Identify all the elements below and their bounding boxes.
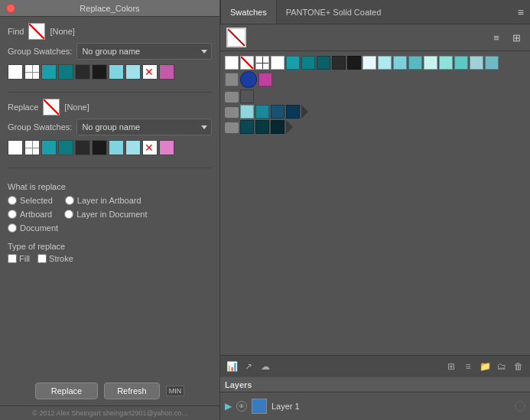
layer-name: Layer 1	[272, 402, 300, 411]
ps-dk1[interactable]	[240, 120, 254, 134]
ps-dk3[interactable]	[271, 120, 285, 134]
radio-layer-artboard-input[interactable]	[65, 196, 74, 205]
cloud-icon[interactable]: ☁	[258, 360, 272, 373]
ps-lt1[interactable]	[240, 105, 254, 119]
find-swatch-x[interactable]	[142, 64, 158, 80]
palette-row-3	[225, 90, 525, 103]
stroke-checkbox[interactable]	[37, 254, 47, 263]
radio-artboard-input[interactable]	[8, 210, 17, 219]
ps-dk2[interactable]	[255, 120, 269, 134]
find-swatch-cyan1[interactable]	[109, 64, 124, 80]
replace-none: [None]	[64, 103, 89, 112]
swatches-area[interactable]	[220, 51, 530, 355]
share-icon[interactable]: ↗	[242, 360, 255, 373]
ps-lt2[interactable]	[255, 105, 269, 119]
ps-dark1[interactable]	[332, 56, 346, 70]
ps-teal1[interactable]	[286, 56, 300, 70]
ps-gray1[interactable]	[225, 73, 239, 86]
ps-dark2[interactable]	[347, 56, 361, 70]
ps-slash[interactable]	[240, 56, 254, 70]
list-view-icon[interactable]: ≡	[489, 30, 504, 45]
find-swatch-magenta[interactable]	[159, 64, 174, 80]
palette-row-5	[225, 120, 525, 134]
ps-cyan1[interactable]	[378, 56, 392, 70]
right-toolbar: 📊 ↗ ☁ ⊞ ≡ 📁 🗂 🗑	[220, 356, 530, 377]
ps-mint2[interactable]	[454, 56, 468, 70]
ps-mint[interactable]	[439, 56, 453, 70]
list2-icon[interactable]: ≡	[461, 360, 475, 373]
ps-blue2[interactable]	[485, 56, 499, 70]
replace-swatch-slash[interactable]	[8, 140, 23, 155]
find-swatch-teal2[interactable]	[58, 64, 73, 80]
ps-teal2[interactable]	[301, 56, 315, 70]
find-group-select[interactable]: No group name	[76, 43, 212, 60]
radio-document-input[interactable]	[8, 223, 17, 233]
ps-magenta[interactable]	[258, 73, 272, 86]
tabs-menu-icon[interactable]: ≡	[512, 6, 530, 18]
folder-icon-2[interactable]	[225, 107, 239, 118]
fill-checkbox[interactable]	[8, 254, 17, 263]
folder-icon-3[interactable]	[225, 122, 239, 133]
replace-group-select[interactable]: No group name	[76, 119, 212, 135]
layer-visibility[interactable]	[515, 401, 525, 412]
folder-icon-1[interactable]	[225, 92, 239, 103]
tab-pantone[interactable]: PANTONE+ Solid Coated	[277, 0, 391, 24]
trash-icon[interactable]: 🗑	[512, 360, 525, 373]
ps-cyan2[interactable]	[393, 56, 407, 70]
ps-lt3[interactable]	[271, 105, 285, 119]
find-swatch-slash[interactable]	[8, 64, 23, 80]
replace-swatch-dark1[interactable]	[75, 140, 90, 155]
ps-white[interactable]	[225, 56, 239, 70]
grid-view-icon[interactable]: ⊞	[509, 30, 524, 45]
bottom-buttons: Replace Refresh MIN	[0, 376, 219, 405]
palette-row-4	[225, 105, 525, 119]
find-swatch-dark2[interactable]	[92, 64, 107, 80]
find-swatch-teal1[interactable]	[41, 64, 57, 80]
ps-blue1[interactable]	[470, 56, 483, 70]
find-swatch-cyan2[interactable]	[125, 64, 141, 80]
ps-blue-circle[interactable]	[240, 71, 257, 88]
replace-swatch-pink[interactable]	[159, 140, 174, 155]
find-swatch[interactable]	[28, 23, 45, 40]
ps-lightcyan[interactable]	[363, 56, 376, 70]
close-button[interactable]	[6, 4, 15, 13]
radio-document-label: Document	[20, 223, 58, 233]
find-group-swatches-row: Group Swatches: No group name	[8, 43, 212, 60]
folder3-icon[interactable]: 🗂	[495, 360, 509, 373]
ps-lightmint[interactable]	[424, 56, 437, 70]
ps-lt4[interactable]	[286, 105, 300, 119]
replace-swatch-dark2[interactable]	[92, 140, 107, 155]
eye-icon[interactable]: 👁	[236, 401, 247, 412]
radio-row-2: Artboard Layer in Document	[8, 210, 212, 222]
layer-thumbnail[interactable]	[252, 399, 267, 414]
layers-label: Layers	[225, 380, 252, 389]
radio-group: Selected Layer in Artboard Artboard Laye…	[8, 196, 212, 236]
chart-icon[interactable]: 📊	[225, 360, 239, 373]
find-none: [None]	[50, 27, 74, 36]
tab-swatches[interactable]: Swatches	[220, 0, 277, 24]
replace-swatch[interactable]	[43, 99, 60, 116]
radio-selected-input[interactable]	[8, 196, 17, 205]
replace-swatch-x[interactable]	[142, 140, 158, 155]
expand-arrow[interactable]: ▶	[225, 401, 232, 412]
find-swatch-dark1[interactable]	[75, 64, 90, 80]
ps-target[interactable]	[255, 56, 269, 70]
replace-swatch-cyan1[interactable]	[109, 140, 124, 155]
ps-darkgray[interactable]	[240, 90, 254, 103]
find-swatch-grid[interactable]	[24, 64, 40, 80]
fill-checkbox-item: Fill	[8, 254, 30, 263]
ps-teal3[interactable]	[317, 56, 330, 70]
grid2-icon[interactable]: ⊞	[444, 360, 458, 373]
refresh-button[interactable]: Refresh	[104, 383, 160, 399]
ps-white2[interactable]	[271, 56, 285, 70]
radio-layer-artboard-label: Layer in Artboard	[77, 196, 141, 205]
replace-swatch-teal1[interactable]	[41, 140, 57, 155]
replace-button[interactable]: Replace	[35, 383, 98, 399]
ps-cyan3[interactable]	[408, 56, 422, 70]
radio-layer-doc-input[interactable]	[64, 210, 73, 219]
replace-swatch-teal2[interactable]	[58, 140, 73, 155]
folder2-icon[interactable]: 📁	[478, 360, 492, 373]
none-swatch-icon[interactable]	[226, 28, 246, 47]
replace-swatch-grid[interactable]	[24, 140, 40, 155]
replace-swatch-cyan2[interactable]	[125, 140, 141, 155]
